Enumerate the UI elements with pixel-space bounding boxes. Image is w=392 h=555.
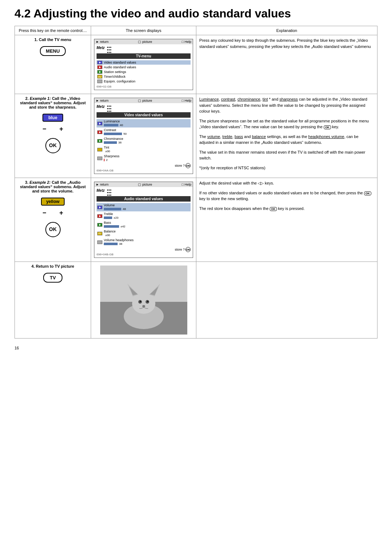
- step3-label-volhead: Volume headphones: [104, 238, 134, 242]
- step2-logo-area: Metz ●●● ●●● ●●●: [97, 105, 191, 112]
- val-chr: 36: [118, 141, 122, 144]
- bar-sharp: [104, 159, 105, 161]
- step2-bar-lum: 40: [104, 123, 190, 127]
- step4-row: 4. Return to TV picture TV: [15, 262, 377, 339]
- step1-explain: Press any coloured key to step through t…: [196, 35, 377, 94]
- ok-button-step3[interactable]: OK: [45, 222, 61, 237]
- topbar-return: ► return: [96, 40, 109, 44]
- step3-explain: Adjust the desired value with the ◁▷ key…: [196, 178, 377, 262]
- step3-row: 3. Example 2: Call the „Audio standard v…: [15, 178, 377, 262]
- step2-label-chr: Chrominance: [104, 137, 123, 141]
- val-bass: ±42: [121, 225, 125, 228]
- icon-green-step3-2: ▶: [97, 223, 102, 227]
- step2-item-2-wrap: Chrominance 36: [104, 137, 190, 145]
- u-treble: treble: [222, 134, 233, 139]
- step1-item-2: ▶ Station settings: [97, 70, 191, 74]
- step3-item-0-wrap: Volume 48: [104, 203, 190, 211]
- dpad-left: −: [42, 125, 46, 133]
- svg-point-13: [142, 305, 145, 307]
- step2-store-row: store ? OK: [97, 163, 191, 168]
- step2-row: 2. Example 1: Call the „Video standard v…: [15, 94, 377, 178]
- step3-explanation-keys: Adjust the desired value with the ◁▷ key…: [199, 180, 374, 186]
- step3-tv-screen: ► return ▢ picture □ Help Metz ●●● ●●● ●…: [94, 182, 193, 258]
- icon-white-step1-4: [97, 80, 102, 83]
- blue-button[interactable]: blue: [42, 114, 63, 122]
- col-header-explain: Explanation: [196, 26, 377, 35]
- step3-item-1-wrap: Treble ±23: [104, 212, 190, 220]
- step3-label-prefix: 3.: [25, 180, 28, 185]
- dpad-right-3: +: [60, 209, 64, 217]
- step3-code: 696+04B-GB: [97, 253, 191, 256]
- bar-bass: [104, 225, 119, 228]
- topbar-help-3: □ Help: [182, 183, 191, 186]
- fox-svg: [100, 266, 187, 335]
- menu-button[interactable]: MENU: [40, 46, 65, 56]
- tv-button[interactable]: TV: [43, 273, 62, 283]
- u-bass: bass: [234, 134, 243, 139]
- main-table: Press this key on the remote control....…: [15, 26, 377, 339]
- icon-blue-step1-0: ▶: [97, 61, 102, 64]
- icon-yellow-step3-3: AV: [97, 232, 102, 235]
- step1-tv-screen: ► return ▢ picture □ Help Metz ●●● ●●● ●…: [94, 39, 193, 90]
- step3-screen: ► return ▢ picture □ Help Metz ●●● ●●● ●…: [91, 178, 196, 262]
- bar-chr: [104, 141, 117, 144]
- val-sharp: 2: [106, 158, 107, 162]
- step2-tv-screen: ► return ▢ picture □ Help Metz ●●● ●●● ●…: [94, 98, 193, 174]
- page-title: 4.2 Adjusting the video and audio standa…: [15, 7, 377, 20]
- step3-item-1: ▶ Treble ±23: [97, 212, 191, 220]
- step2-remote-visual: blue − + OK: [18, 112, 88, 156]
- icon-green-step2-2: ▶: [97, 139, 102, 143]
- bar-tre: [104, 216, 112, 219]
- page-number: 16: [15, 346, 377, 350]
- step3-bar-bal: ±00: [104, 234, 190, 237]
- step1-item-0: ▶ Video standard values: [97, 60, 191, 65]
- dpad-row-mid-3: − +: [40, 209, 66, 217]
- yellow-button[interactable]: yellow: [41, 198, 65, 206]
- step1-remote-visual: MENU: [18, 45, 88, 57]
- step2-label-tint: Tint: [104, 146, 109, 149]
- topbar-help-2: □ Help: [182, 99, 191, 102]
- svg-point-12: [147, 301, 148, 302]
- dpad-step3: − +: [40, 209, 66, 217]
- step3-item-3-wrap: Balance ±00: [104, 230, 190, 237]
- step2-tv-title: Video standard values: [97, 112, 191, 118]
- bar-vol: [104, 208, 121, 210]
- icon-yellow-step2-3: [97, 148, 102, 151]
- fox-image: [100, 266, 187, 335]
- dpad-left-3: −: [42, 209, 46, 217]
- step1-screen: ► return ▢ picture □ Help Metz ●●● ●●● ●…: [91, 35, 196, 94]
- u-chrominance: chrominance: [237, 97, 260, 101]
- icon-white-step3-4: [97, 240, 102, 244]
- ok-button-step2[interactable]: OK: [45, 138, 61, 153]
- tv-channel-dots: ●●● ●●● ●●●: [107, 46, 111, 53]
- tv-channel-dots-2: ●●● ●●● ●●●: [107, 105, 111, 112]
- step1-item-label-2: Station settings: [104, 70, 126, 74]
- ok-inline-3: OK: [270, 207, 277, 211]
- step2-topbar: ► return ▢ picture □ Help: [94, 98, 193, 103]
- u-balance: balance: [252, 134, 266, 139]
- step3-label-bal: Balance: [104, 230, 116, 233]
- step2-item-4-wrap: Sharpness 2: [104, 154, 190, 162]
- step2-label-lum: Luminance: [104, 119, 120, 123]
- step2-bar-con: 50: [104, 132, 190, 135]
- step4-label: 4. Return to TV picture: [18, 264, 88, 268]
- topbar-help: □ Help: [182, 40, 191, 44]
- ok-inline-1: OK: [324, 125, 331, 129]
- step2-item-1-wrap: Contrast 50: [104, 128, 190, 136]
- topbar-picture-3: ▢ picture: [138, 183, 152, 186]
- step3-tv-content: Metz ●●● ●●● ●●● Audio standard values ▶: [94, 187, 193, 258]
- u-luminance: Luminance: [199, 97, 219, 101]
- tv-brand-logo-3: Metz: [97, 189, 105, 193]
- dpad-step2: − +: [40, 125, 66, 133]
- step1-item-label-0: Video standard values: [104, 61, 136, 64]
- step2-explanation-5: *(only for reception of NTSC stations): [199, 165, 374, 171]
- step2-ok-center: OK: [45, 137, 61, 155]
- icon-red-step1-1: ▶: [97, 65, 102, 69]
- bar-con: [104, 133, 122, 135]
- step3-tv-title: Audio standard values: [97, 196, 191, 202]
- step3-item-3: AV Balance ±00: [97, 229, 191, 238]
- u-contrast: contrast: [221, 97, 235, 101]
- step1-item-1: ▶ Audio standard values: [97, 65, 191, 69]
- step1-topbar: ► return ▢ picture □ Help: [94, 39, 193, 44]
- step2-screen: ► return ▢ picture □ Help Metz ●●● ●●● ●…: [91, 94, 196, 178]
